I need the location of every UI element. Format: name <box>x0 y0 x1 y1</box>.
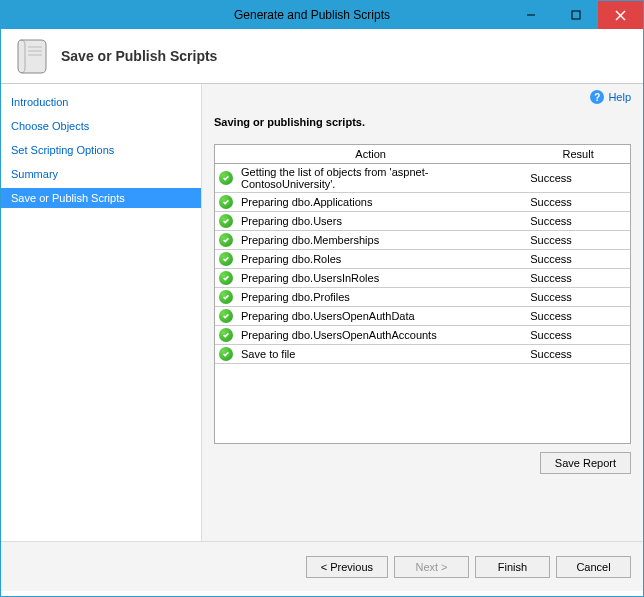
success-icon <box>219 347 233 361</box>
table-row: Save to fileSuccess <box>215 345 630 364</box>
script-icon <box>15 36 49 76</box>
table-row: Getting the list of objects from 'aspnet… <box>215 164 630 193</box>
action-cell: Preparing dbo.Users <box>237 212 526 231</box>
success-icon <box>219 171 233 185</box>
success-icon <box>219 195 233 209</box>
header-panel: Save or Publish Scripts <box>1 29 643 84</box>
table-row: Preparing dbo.ApplicationsSuccess <box>215 193 630 212</box>
action-cell: Getting the list of objects from 'aspnet… <box>237 164 526 193</box>
action-cell: Preparing dbo.UsersOpenAuthAccounts <box>237 326 526 345</box>
success-icon <box>219 233 233 247</box>
status-text: Saving or publishing scripts. <box>214 116 631 128</box>
success-icon <box>219 290 233 304</box>
success-icon <box>219 309 233 323</box>
result-cell: Success <box>526 164 630 193</box>
results-table: Action Result Getting the list of object… <box>215 145 630 364</box>
action-cell: Preparing dbo.UsersOpenAuthData <box>237 307 526 326</box>
help-link[interactable]: ? Help <box>590 90 631 104</box>
success-icon <box>219 328 233 342</box>
main-panel: ? Help Saving or publishing scripts. Act… <box>201 84 643 541</box>
result-cell: Success <box>526 193 630 212</box>
result-cell: Success <box>526 231 630 250</box>
sidebar-item-summary[interactable]: Summary <box>1 164 201 184</box>
close-button[interactable] <box>598 1 643 29</box>
finish-button[interactable]: Finish <box>475 556 550 578</box>
maximize-button[interactable] <box>553 1 598 29</box>
table-row: Preparing dbo.ProfilesSuccess <box>215 288 630 307</box>
cancel-button[interactable]: Cancel <box>556 556 631 578</box>
table-row: Preparing dbo.UsersOpenAuthAccountsSucce… <box>215 326 630 345</box>
success-icon <box>219 252 233 266</box>
table-row: Preparing dbo.RolesSuccess <box>215 250 630 269</box>
success-icon <box>219 214 233 228</box>
result-cell: Success <box>526 307 630 326</box>
action-cell: Preparing dbo.Memberships <box>237 231 526 250</box>
result-cell: Success <box>526 212 630 231</box>
table-row: Preparing dbo.UsersSuccess <box>215 212 630 231</box>
action-cell: Preparing dbo.Profiles <box>237 288 526 307</box>
save-report-button[interactable]: Save Report <box>540 452 631 474</box>
action-cell: Preparing dbo.UsersInRoles <box>237 269 526 288</box>
action-cell: Preparing dbo.Applications <box>237 193 526 212</box>
table-row: Preparing dbo.UsersInRolesSuccess <box>215 269 630 288</box>
action-cell: Save to file <box>237 345 526 364</box>
window-title: Generate and Publish Scripts <box>1 8 508 22</box>
svg-rect-1 <box>572 11 580 19</box>
help-icon: ? <box>590 90 604 104</box>
help-label: Help <box>608 91 631 103</box>
results-table-wrap: Action Result Getting the list of object… <box>214 144 631 444</box>
result-cell: Success <box>526 345 630 364</box>
page-title: Save or Publish Scripts <box>61 48 217 64</box>
titlebar: Generate and Publish Scripts <box>1 1 643 29</box>
sidebar-item-save-publish[interactable]: Save or Publish Scripts <box>1 188 201 208</box>
table-row: Preparing dbo.UsersOpenAuthDataSuccess <box>215 307 630 326</box>
sidebar-item-scripting-options[interactable]: Set Scripting Options <box>1 140 201 160</box>
action-cell: Preparing dbo.Roles <box>237 250 526 269</box>
success-icon <box>219 271 233 285</box>
footer: < Previous Next > Finish Cancel <box>1 541 643 591</box>
col-result: Result <box>526 145 630 164</box>
table-row: Preparing dbo.MembershipsSuccess <box>215 231 630 250</box>
sidebar-item-introduction[interactable]: Introduction <box>1 92 201 112</box>
sidebar-item-choose-objects[interactable]: Choose Objects <box>1 116 201 136</box>
minimize-button[interactable] <box>508 1 553 29</box>
previous-button[interactable]: < Previous <box>306 556 388 578</box>
window-controls <box>508 1 643 29</box>
result-cell: Success <box>526 250 630 269</box>
result-cell: Success <box>526 288 630 307</box>
content: Introduction Choose Objects Set Scriptin… <box>1 84 643 541</box>
result-cell: Success <box>526 326 630 345</box>
sidebar: Introduction Choose Objects Set Scriptin… <box>1 84 201 541</box>
col-action: Action <box>215 145 526 164</box>
result-cell: Success <box>526 269 630 288</box>
next-button: Next > <box>394 556 469 578</box>
